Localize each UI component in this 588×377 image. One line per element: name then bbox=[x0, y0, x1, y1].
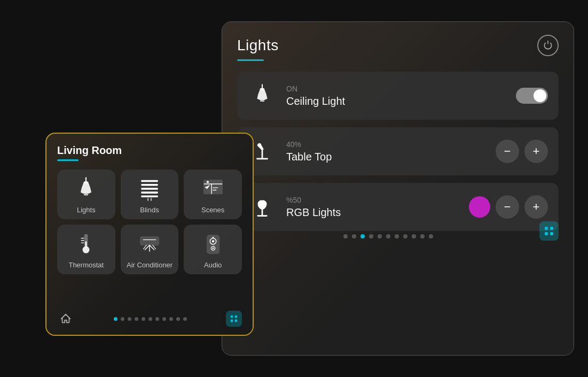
ceiling-light-status: ON bbox=[286, 84, 506, 93]
home-button[interactable] bbox=[57, 310, 74, 327]
small-panel-bottom-bar bbox=[57, 310, 242, 327]
svg-rect-11 bbox=[550, 232, 553, 235]
dot-5[interactable] bbox=[378, 234, 382, 238]
living-room-panel: Living Room Lights bbox=[45, 133, 254, 336]
sidebar-item-scenes[interactable]: Scenes bbox=[184, 170, 242, 219]
svg-rect-15 bbox=[141, 180, 158, 182]
tabletop-light-card: 40% Table Top − + bbox=[237, 127, 559, 175]
tabletop-minus-button[interactable]: − bbox=[496, 140, 519, 163]
svg-rect-18 bbox=[141, 191, 158, 194]
dot-4[interactable] bbox=[369, 234, 373, 238]
rgb-minus-button[interactable]: − bbox=[496, 195, 519, 219]
svg-point-26 bbox=[83, 247, 90, 253]
svg-rect-44 bbox=[235, 316, 238, 318]
blinds-icon bbox=[137, 177, 162, 202]
tabletop-plus-button[interactable]: + bbox=[524, 140, 548, 163]
svg-point-23 bbox=[206, 181, 208, 183]
panel-header: Lights bbox=[237, 35, 559, 56]
rgb-light-controls: − + bbox=[469, 195, 548, 219]
small-grid-view-button[interactable] bbox=[226, 311, 242, 327]
ceiling-light-toggle[interactable] bbox=[516, 88, 548, 104]
svg-rect-45 bbox=[231, 320, 233, 322]
small-accent-line bbox=[57, 159, 79, 161]
accent-line bbox=[237, 59, 264, 61]
small-dot-10[interactable] bbox=[176, 317, 180, 321]
thermostat-icon bbox=[74, 232, 98, 257]
small-dot-5[interactable] bbox=[142, 317, 145, 321]
small-dot-9[interactable] bbox=[169, 317, 173, 321]
ac-label: Air Conditioner bbox=[127, 261, 173, 269]
small-dot-3[interactable] bbox=[128, 317, 131, 321]
dot-6[interactable] bbox=[386, 234, 390, 238]
tabletop-light-controls: − + bbox=[496, 140, 548, 163]
small-dot-1[interactable] bbox=[114, 317, 117, 321]
svg-rect-10 bbox=[545, 232, 548, 235]
dot-9[interactable] bbox=[412, 234, 416, 238]
ceiling-light-name: Ceiling Light bbox=[286, 95, 506, 107]
grid-view-button[interactable] bbox=[539, 221, 559, 241]
bulb-icon bbox=[74, 177, 98, 202]
small-dot-2[interactable] bbox=[121, 317, 124, 321]
small-panel-page-dots bbox=[114, 317, 187, 321]
tabletop-light-status: 40% bbox=[286, 140, 486, 149]
ceiling-light-info: ON Ceiling Light bbox=[286, 84, 506, 107]
sidebar-item-thermostat[interactable]: Thermostat bbox=[57, 225, 115, 274]
dot-10[interactable] bbox=[420, 234, 425, 238]
small-panel-title: Living Room bbox=[57, 144, 242, 157]
small-dot-11[interactable] bbox=[183, 317, 187, 321]
lights-label: Lights bbox=[77, 206, 96, 214]
audio-icon bbox=[201, 232, 225, 257]
large-panel-bottom-bar bbox=[237, 221, 559, 241]
dot-3[interactable] bbox=[360, 234, 365, 238]
dot-7[interactable] bbox=[395, 234, 399, 238]
rgb-color-picker[interactable] bbox=[469, 196, 490, 218]
device-grid: Lights Blinds bbox=[57, 170, 242, 274]
svg-rect-43 bbox=[231, 316, 233, 318]
svg-point-42 bbox=[212, 237, 214, 238]
lights-panel: Lights ON Ceiling Light bbox=[222, 21, 574, 356]
small-dot-6[interactable] bbox=[148, 317, 152, 321]
sidebar-item-ac[interactable]: Air Conditioner bbox=[121, 225, 179, 274]
small-dot-7[interactable] bbox=[155, 317, 159, 321]
dot-8[interactable] bbox=[403, 234, 407, 238]
svg-rect-9 bbox=[550, 227, 553, 230]
svg-rect-17 bbox=[141, 188, 158, 190]
thermostat-label: Thermostat bbox=[68, 261, 104, 269]
small-dot-4[interactable] bbox=[135, 317, 138, 321]
svg-rect-13 bbox=[84, 194, 89, 196]
svg-rect-1 bbox=[260, 100, 264, 102]
large-panel-page-dots bbox=[343, 234, 433, 238]
svg-rect-8 bbox=[545, 227, 548, 230]
svg-rect-19 bbox=[141, 196, 158, 198]
dot-2[interactable] bbox=[352, 234, 356, 238]
sidebar-item-audio[interactable]: Audio bbox=[184, 225, 242, 274]
panel-title: Lights bbox=[237, 37, 279, 54]
rgb-plus-button[interactable]: + bbox=[524, 195, 548, 219]
svg-point-39 bbox=[212, 240, 214, 242]
svg-rect-16 bbox=[141, 184, 158, 186]
svg-point-41 bbox=[212, 248, 214, 249]
audio-label: Audio bbox=[204, 261, 222, 269]
dot-11[interactable] bbox=[429, 234, 433, 238]
rgb-light-info: %50 RGB Lights bbox=[286, 196, 459, 219]
blinds-label: Blinds bbox=[140, 206, 159, 214]
ac-icon bbox=[137, 232, 162, 257]
sidebar-item-blinds[interactable]: Blinds bbox=[121, 170, 179, 219]
sidebar-item-lights[interactable]: Lights bbox=[57, 170, 115, 219]
rgb-light-name: RGB Lights bbox=[286, 206, 459, 219]
scenes-icon bbox=[201, 177, 225, 202]
power-button[interactable] bbox=[537, 35, 559, 56]
rgb-light-status: %50 bbox=[286, 196, 459, 204]
tabletop-light-name: Table Top bbox=[286, 151, 486, 163]
small-dot-8[interactable] bbox=[162, 317, 166, 321]
tabletop-light-info: 40% Table Top bbox=[286, 140, 486, 163]
dot-1[interactable] bbox=[343, 234, 348, 238]
svg-rect-30 bbox=[140, 237, 159, 245]
ceiling-light-card: ON Ceiling Light bbox=[237, 72, 559, 120]
svg-rect-46 bbox=[235, 320, 238, 322]
ceiling-light-controls bbox=[516, 88, 548, 104]
ceiling-light-icon bbox=[248, 81, 277, 110]
scenes-label: Scenes bbox=[201, 206, 224, 214]
